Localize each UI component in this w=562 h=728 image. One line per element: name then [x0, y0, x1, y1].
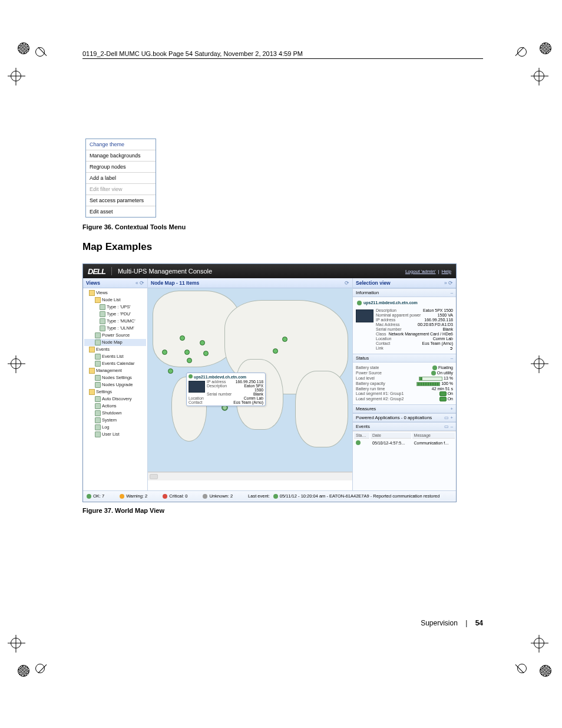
tree-item[interactable]: Type : 'ULNM' — [84, 325, 146, 332]
status-ok-count: OK: 7 — [93, 493, 104, 499]
tree-item[interactable]: Events List — [84, 353, 146, 360]
ctx-menu-item[interactable]: Manage backgrounds — [86, 150, 156, 161]
map-node[interactable] — [184, 350, 190, 355]
status-row: Load segment #2: Group2On — [356, 397, 453, 401]
console-window: DELL Multi-UPS Management Console Logout… — [82, 263, 457, 502]
status-ok-icon — [356, 440, 361, 445]
info-row: Mac Address00:20:85:FD:A1:D3 — [376, 322, 453, 327]
expand-icon[interactable]: ▭ + — [444, 415, 453, 420]
status-critical-count: Critical: 0 — [169, 493, 187, 499]
info-row: ContactEos Team (Arno) — [376, 341, 453, 345]
events-column-header[interactable]: Date — [371, 433, 411, 439]
views-collapse-icon[interactable]: « ⟳ — [135, 280, 144, 286]
heading-map-examples: Map Examples — [82, 241, 483, 253]
crop-mark — [540, 42, 551, 54]
contextual-menu: Change themeManage backgroundsRegroup no… — [85, 139, 156, 218]
map-node[interactable] — [282, 337, 287, 342]
map-node[interactable] — [200, 340, 205, 345]
register-mark — [534, 638, 544, 648]
tree-item[interactable]: Nodes Settings — [84, 374, 146, 381]
collapse-icon[interactable]: – — [451, 290, 453, 295]
map-header-label: Node Map - 11 Items — [151, 280, 199, 286]
tree-item[interactable]: Power Source — [84, 332, 146, 339]
tree-item[interactable]: Actions — [84, 403, 146, 410]
status-header: Status – — [353, 354, 456, 363]
map-refresh-icon[interactable]: ⟳ — [345, 280, 349, 286]
tooltip-title: ups211.mbdevd.ch.etn.com — [194, 375, 246, 379]
register-mark — [11, 358, 21, 369]
ctx-menu-item[interactable]: Change theme — [86, 139, 156, 150]
views-panel: Views « ⟳ ViewsNode ListType : 'UPS'Type… — [83, 278, 148, 490]
information-header-label: Information — [356, 290, 379, 295]
powered-apps-header: Powered Applications - 0 applications ▭ … — [353, 413, 456, 422]
ctx-menu-item[interactable]: Edit filter view — [86, 183, 156, 195]
map-node[interactable] — [273, 348, 278, 354]
corner-mark — [514, 42, 531, 60]
collapse-icon[interactable]: – — [451, 355, 453, 361]
world-map[interactable]: ups211.mbdevd.ch.etn.com IP address166.9… — [148, 288, 352, 472]
status-warning-icon — [120, 494, 124, 499]
collapse-icon[interactable]: ▭ – — [444, 424, 453, 429]
tooltip-row: Serial numberBlank — [207, 392, 263, 396]
tree-item[interactable]: Type : 'MUMC' — [84, 318, 146, 325]
ctx-menu-item[interactable]: Add a label — [86, 172, 156, 183]
console-title: Multi-UPS Management Console — [118, 268, 212, 275]
map-node[interactable] — [180, 335, 185, 341]
events-column-header[interactable]: Sta… — [354, 433, 369, 439]
tree-item[interactable]: System — [84, 417, 146, 424]
views-tree[interactable]: ViewsNode ListType : 'UPS'Type : 'PDU'Ty… — [83, 288, 147, 439]
status-row: Battery stateFloating — [356, 365, 453, 370]
tree-item[interactable]: User List — [84, 431, 146, 438]
map-node[interactable] — [168, 368, 173, 374]
tree-item[interactable]: Auto Discovery — [84, 396, 146, 403]
tree-item[interactable]: Management — [84, 367, 146, 374]
tooltip-row: ContactEos Team (Arno) — [189, 400, 263, 404]
page-footer: Supervision | 54 — [82, 619, 483, 627]
expand-icon[interactable]: + — [450, 406, 453, 411]
crop-mark — [18, 42, 29, 54]
tree-item[interactable]: Settings — [84, 388, 146, 396]
info-row: ClassNetwork Management Card / HDe6 — [376, 332, 453, 336]
help-link[interactable]: Help — [442, 269, 451, 274]
tree-item[interactable]: Shutdown — [84, 410, 146, 417]
status-unknown-count: Unknown: 2 — [209, 493, 233, 499]
tree-item[interactable]: Events Calendar — [84, 360, 146, 367]
tree-item[interactable]: Log — [84, 424, 146, 431]
map-header: Node Map - 11 Items ⟳ — [148, 278, 352, 288]
event-row[interactable]: 05/10/12-4:57:5… Communication f… — [354, 440, 455, 446]
map-node[interactable] — [162, 350, 167, 355]
tree-item[interactable]: Views — [84, 289, 146, 297]
tree-item[interactable]: Type : 'PDU' — [84, 311, 146, 318]
tree-item[interactable]: Nodes Upgrade — [84, 381, 146, 388]
powered-apps-label: Powered Applications - 0 applications — [356, 415, 432, 420]
tree-item[interactable]: Node Map — [84, 339, 146, 346]
status-row: Load segment #1: Group1On — [356, 391, 453, 396]
tooltip-row: DescriptionEaton 5PX 1500 — [207, 384, 263, 392]
tooltip-row: IP address166.99.250.118 — [207, 380, 263, 384]
register-mark — [534, 71, 544, 81]
map-node[interactable] — [203, 351, 209, 356]
tree-item[interactable]: Node List — [84, 297, 146, 304]
status-row: Load level13 % — [356, 376, 453, 381]
status-row: Battery capacity100 % — [356, 381, 453, 386]
event-message: Communication f… — [412, 440, 455, 446]
status-bar: OK: 7 Warning: 2 Critical: 0 Unknown: 2 … — [83, 490, 456, 501]
events-column-header[interactable]: Message — [412, 433, 455, 439]
corner-mark — [514, 660, 531, 678]
selection-prev-next-icon[interactable]: » ⟳ — [444, 280, 453, 286]
ctx-menu-item[interactable]: Edit asset — [86, 206, 156, 217]
status-critical-icon — [163, 494, 167, 499]
info-row: LocationComm Lab — [376, 337, 453, 341]
status-ok-icon — [87, 494, 91, 499]
tree-item[interactable]: Events — [84, 346, 146, 353]
map-node[interactable] — [187, 358, 192, 363]
brand-logo: DELL — [88, 267, 105, 276]
footer-section: Supervision — [421, 619, 458, 627]
logout-link[interactable]: Logout 'admin' — [405, 269, 436, 274]
ctx-menu-item[interactable]: Set access parameters — [86, 195, 156, 206]
ctx-menu-item[interactable]: Regroup nodes — [86, 161, 156, 172]
info-row: DescriptionEaton 5PX 1500 — [376, 308, 453, 312]
tree-item[interactable]: Type : 'UPS' — [84, 304, 146, 311]
status-row: Battery run time42 min 51 s — [356, 387, 453, 391]
map-scrollbar[interactable] — [148, 472, 352, 480]
